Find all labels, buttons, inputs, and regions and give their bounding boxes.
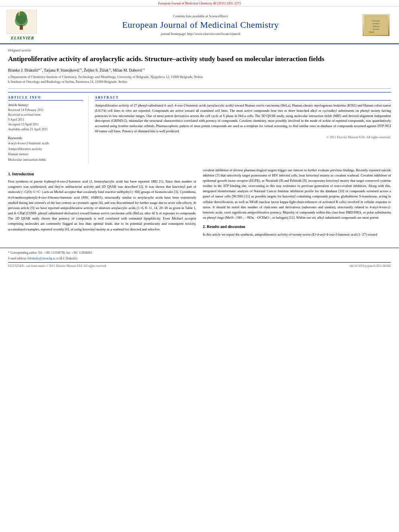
journal-right-logo: European Journal of Medicinal Chemistry bbox=[362, 14, 393, 36]
available-online: Available online 21 April 2011 bbox=[8, 127, 83, 132]
affiliation-b: b Institute of Oncology and Radiology of… bbox=[8, 80, 391, 84]
article-type: Original article bbox=[8, 48, 391, 52]
svg-point-2 bbox=[15, 15, 28, 27]
results-heading: 2. Results and discussion bbox=[203, 224, 391, 230]
article-title: Antiproliferative activity of aroylacryl… bbox=[8, 55, 391, 64]
svg-rect-7 bbox=[365, 16, 387, 34]
footer-email-line: E-mail address: bdrakulic@chem.bg.ac.rs … bbox=[8, 256, 391, 261]
abstract-col: ABSTRACT Antiproliferative activity of 2… bbox=[95, 96, 391, 162]
svg-text:Chemistry: Chemistry bbox=[373, 28, 380, 30]
elsevier-brand-left: ELSEVIER bbox=[6, 35, 39, 40]
keyword-4: Molecular interaction fields bbox=[8, 157, 83, 163]
article-info-col: ARTICLE INFO Article history: Received 1… bbox=[8, 96, 88, 162]
page-footer: * Corresponding author. Tel.: +381 11333… bbox=[0, 248, 399, 271]
main-content: Original article Antiproliferative activ… bbox=[0, 44, 399, 244]
keyword-1: 4-aryl-4-oxo-2-butenoic acids bbox=[8, 141, 83, 146]
received-date: Received 14 February 2011 bbox=[8, 108, 83, 113]
footnote-asterisk-text: * Corresponding author. Tel.: +381 11333… bbox=[8, 251, 93, 255]
keywords-list: 4-aryl-4-oxo-2-butenoic acids Antiprolif… bbox=[8, 141, 83, 162]
author-tatjana: Tatjana P. Stanojković b, bbox=[44, 68, 84, 72]
received-revised-label: Received in revised form bbox=[8, 113, 83, 117]
author-milan: Milan M. Dabović a bbox=[113, 68, 144, 72]
svg-text:Journal of: Journal of bbox=[372, 23, 380, 25]
footer-bottom: 0223-5234/$ – see front matter © 2011 El… bbox=[8, 264, 391, 268]
right-logo-image: European Journal of Medicinal Chemistry bbox=[362, 14, 390, 36]
elsevier-tree-icon bbox=[6, 10, 37, 34]
body-section: 1. Introduction First synthesis of paren… bbox=[8, 168, 391, 240]
abstract-copyright: © 2011 Elsevier Masson SAS. All rights r… bbox=[95, 136, 391, 139]
keywords-label: Keywords: bbox=[8, 136, 83, 140]
keyword-3: Human tumors bbox=[8, 152, 83, 157]
body-col-right: covalent inhibition of diverse pharmacol… bbox=[203, 168, 391, 240]
journal-ref-text: European Journal of Medicinal Chemistry … bbox=[158, 2, 241, 5]
contents-line: Contents lists available at Contents lis… bbox=[39, 14, 362, 18]
intro-heading: 1. Introduction bbox=[8, 171, 196, 177]
results-para-1: In this article we report the synthesis,… bbox=[203, 232, 391, 237]
footer-footnote: * Corresponding author. Tel.: +381 11333… bbox=[8, 251, 391, 255]
abstract-label: ABSTRACT bbox=[95, 96, 391, 101]
affiliation-a: a Department of Chemistry-Institute of C… bbox=[8, 75, 391, 80]
journal-cover-icon: European Journal of Medicinal Chemistry bbox=[364, 15, 388, 35]
author-branko: Branko J. Drakulića,*, bbox=[8, 68, 44, 72]
journal-reference-bar: European Journal of Medicinal Chemistry … bbox=[0, 0, 399, 6]
svg-text:European: European bbox=[372, 20, 380, 22]
email-label: E-mail address: bbox=[8, 257, 27, 260]
right-para-1: covalent inhibition of diverse pharmacol… bbox=[203, 168, 391, 221]
journal-title: European Journal of Medicinal Chemistry bbox=[39, 20, 362, 30]
accepted-date: Accepted 13 April 2011 bbox=[8, 122, 83, 127]
footer-divider bbox=[8, 262, 391, 263]
doi-line: doi:10.1016/j.ejmech.2011.04.043 bbox=[350, 264, 391, 268]
svg-point-5 bbox=[18, 11, 21, 12]
article-info-label: ARTICLE INFO bbox=[8, 96, 83, 101]
authors-line: Branko J. Drakulića,*, Tatjana P. Stanoj… bbox=[8, 68, 391, 72]
intro-para-1: First synthesis of parent 4-phenyl-4-oxo… bbox=[8, 179, 196, 232]
issn-line: 0223-5234/$ – see front matter © 2011 El… bbox=[8, 264, 107, 268]
abstract-text: Antiproliferative activity of 27 phenyl-… bbox=[95, 103, 391, 134]
info-abstract-section: ARTICLE INFO Article history: Received 1… bbox=[8, 92, 391, 162]
divider-after-affiliations bbox=[8, 88, 391, 89]
elsevier-logo-left: ELSEVIER bbox=[6, 10, 39, 40]
journal-homepage: journal homepage: http://www.elsevier.co… bbox=[39, 32, 362, 36]
email-suffix: (B.J. Drakulić). bbox=[59, 257, 78, 260]
keyword-2: Antiproliferative activity bbox=[8, 146, 83, 152]
svg-point-12 bbox=[369, 31, 371, 33]
svg-point-13 bbox=[372, 31, 374, 33]
revised-date: 9 April 2011 bbox=[8, 117, 83, 122]
svg-rect-3 bbox=[20, 25, 23, 30]
body-col-left: 1. Introduction First synthesis of paren… bbox=[8, 168, 196, 240]
article-history-label: Article history: bbox=[8, 103, 83, 107]
journal-header: ELSEVIER Contents lists available at Con… bbox=[0, 6, 399, 44]
affiliations: a Department of Chemistry-Institute of C… bbox=[8, 75, 391, 84]
svg-text:Medicinal: Medicinal bbox=[373, 25, 380, 27]
author-zeljko: Željko S. Žižak b, bbox=[84, 68, 113, 72]
journal-header-center: Contents lists available at Contents lis… bbox=[39, 14, 362, 36]
email-link[interactable]: bdrakulic@chem.bg.ac.rs bbox=[28, 257, 59, 260]
